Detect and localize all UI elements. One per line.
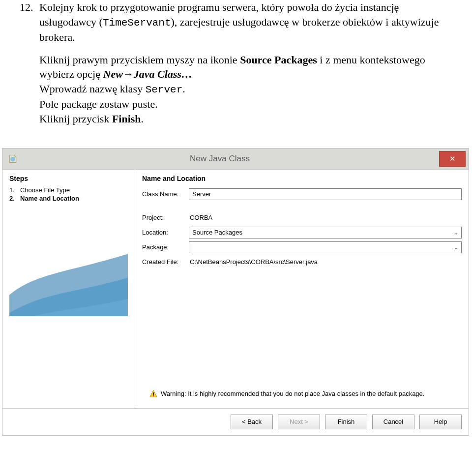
row-created-file: Created File: C:\NetBeansProjects\CORBA\… bbox=[142, 256, 462, 268]
text: . bbox=[182, 83, 185, 95]
list-content: Kolejny krok to przygotowanie programu s… bbox=[39, 0, 452, 126]
bold-finish: Finish bbox=[112, 113, 141, 125]
svg-rect-2 bbox=[153, 395, 154, 396]
decorative-art bbox=[9, 203, 128, 316]
close-button[interactable]: ✕ bbox=[439, 151, 466, 167]
label-location: Location: bbox=[142, 229, 189, 236]
label-created-file: Created File: bbox=[142, 258, 189, 266]
row-package: Package: ⌄ bbox=[142, 241, 462, 253]
document-body: 12. Kolejny krok to przygotowanie progra… bbox=[0, 0, 472, 145]
label-package: Package: bbox=[142, 243, 189, 251]
text: Kliknij przycisk bbox=[39, 113, 112, 125]
step-number: 1. bbox=[9, 186, 20, 194]
app-icon bbox=[7, 153, 18, 164]
cancel-button[interactable]: Cancel bbox=[372, 415, 414, 429]
bold-source-packages: Source Packages bbox=[240, 54, 317, 66]
label-class-name: Class Name: bbox=[142, 190, 189, 198]
dialog-title: New Java Class bbox=[22, 154, 439, 164]
steps-header: Steps bbox=[9, 175, 128, 182]
row-location: Location: Source Packages ⌄ bbox=[142, 227, 462, 238]
package-combo[interactable]: ⌄ bbox=[189, 241, 462, 253]
code-timeservant: TimeServant bbox=[103, 17, 171, 29]
step-1: 1. Choose File Type bbox=[9, 186, 128, 194]
svg-rect-1 bbox=[153, 392, 154, 395]
back-button[interactable]: < Back bbox=[231, 415, 273, 429]
step-label: Name and Location bbox=[20, 195, 79, 202]
section-header: Name and Location bbox=[142, 175, 462, 182]
list-item-12: 12. Kolejny krok to przygotowanie progra… bbox=[20, 0, 452, 126]
dialog-titlebar[interactable]: New Java Class ✕ bbox=[2, 149, 469, 170]
form-panel: Name and Location Class Name: Server Pro… bbox=[135, 170, 469, 408]
chevron-down-icon: ⌄ bbox=[454, 244, 458, 250]
location-combo[interactable]: Source Packages ⌄ bbox=[189, 227, 462, 238]
warning-row: Warning: It is highly recommended that y… bbox=[142, 387, 462, 403]
warning-icon bbox=[149, 389, 158, 398]
warning-text: Warning: It is highly recommended that y… bbox=[161, 390, 424, 397]
finish-button[interactable]: Finish bbox=[325, 415, 367, 429]
created-file-value: C:\NetBeansProjects\CORBA\src\Server.jav… bbox=[189, 256, 462, 268]
location-value: Source Packages bbox=[192, 229, 242, 236]
dialog-body: Steps 1. Choose File Type 2. Name and Lo… bbox=[2, 170, 469, 408]
menu-new: New bbox=[103, 68, 123, 80]
row-class-name: Class Name: Server bbox=[142, 188, 462, 200]
menu-java-class: Java Class… bbox=[134, 68, 192, 80]
next-button[interactable]: Next > bbox=[278, 415, 320, 429]
help-button[interactable]: Help bbox=[419, 415, 462, 429]
text: Kliknij prawym przyciskiem myszy na ikon… bbox=[39, 54, 240, 66]
chevron-down-icon: ⌄ bbox=[454, 229, 458, 236]
paragraph-1: Kolejny krok to przygotowanie programu s… bbox=[39, 0, 452, 45]
close-icon: ✕ bbox=[449, 154, 456, 163]
code-server: Server bbox=[146, 84, 183, 95]
svg-point-0 bbox=[10, 157, 15, 162]
step-2: 2. Name and Location bbox=[9, 195, 128, 202]
steps-list: 1. Choose File Type 2. Name and Location bbox=[9, 186, 128, 202]
project-value: CORBA bbox=[189, 212, 462, 224]
new-java-class-dialog: New Java Class ✕ Steps 1. Choose File Ty… bbox=[2, 148, 469, 436]
steps-panel: Steps 1. Choose File Type 2. Name and Lo… bbox=[2, 170, 135, 408]
dialog-footer: < Back Next > Finish Cancel Help bbox=[2, 408, 469, 435]
class-name-value: Server bbox=[192, 190, 211, 198]
step-label: Choose File Type bbox=[20, 186, 70, 194]
step-number: 2. bbox=[9, 195, 20, 202]
arrow: → bbox=[123, 68, 134, 80]
text: Wprowadź nazwę klasy bbox=[39, 83, 146, 95]
class-name-field[interactable]: Server bbox=[189, 188, 462, 200]
label-project: Project: bbox=[142, 214, 189, 221]
row-project: Project: CORBA bbox=[142, 212, 462, 224]
paragraph-2: Kliknij prawym przyciskiem myszy na ikon… bbox=[39, 53, 452, 126]
text: . bbox=[141, 113, 144, 125]
list-number: 12. bbox=[20, 0, 39, 126]
text-package-empty: Pole package zostaw puste. bbox=[39, 98, 158, 110]
